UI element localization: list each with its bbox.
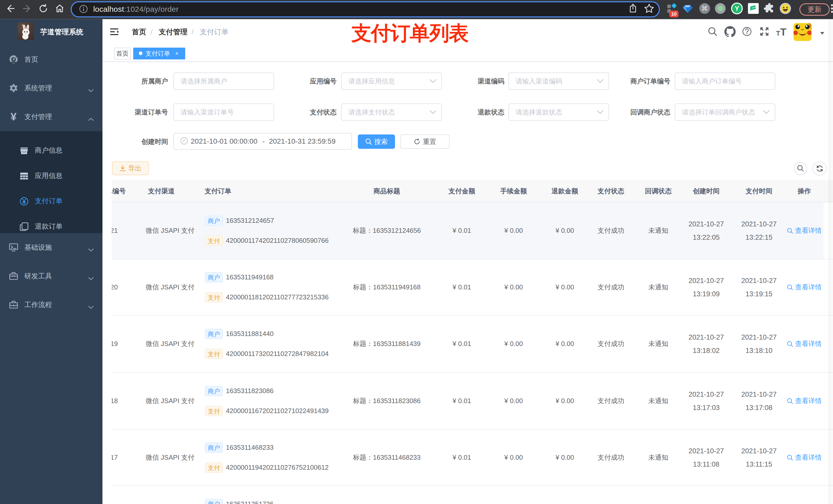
tag-close-icon[interactable]: ×: [175, 48, 178, 59]
table-cell-ctime: [687, 486, 725, 504]
page-scrollbar-gutter[interactable]: [828, 20, 833, 504]
forward-icon[interactable]: [22, 4, 32, 14]
tag-pay-order[interactable]: 支付订单×: [133, 48, 185, 59]
sidebar-item-system[interactable]: 系统管理: [0, 74, 102, 102]
table-cell-amount: ¥ 0.01: [433, 315, 491, 372]
view-detail-link[interactable]: 查看详情: [787, 339, 822, 348]
merchant-badge: 商户: [205, 442, 223, 453]
sidebar-item-infra[interactable]: 基础设施: [0, 233, 102, 262]
table-cell-ptime: 2021-10-2713:11:15: [740, 430, 778, 485]
table-cell-order: 商户1635311949168支付42000011812021102777232…: [203, 259, 343, 315]
yen-icon: ¥: [9, 112, 19, 122]
table-cell-action: 查看详情: [785, 373, 824, 429]
table-cell-amount: ¥ 0.01: [433, 373, 491, 429]
sidebar-item-app-info[interactable]: 应用信息: [0, 163, 102, 189]
back-icon[interactable]: [6, 4, 15, 14]
pay-badge: 支付: [205, 406, 223, 416]
app-logo[interactable]: 芋道管理系统: [0, 19, 102, 45]
breadcrumb-group[interactable]: 支付管理: [159, 19, 188, 45]
column-header: 退款金额: [537, 180, 593, 202]
pay-badge: 支付: [205, 292, 223, 303]
reload-icon[interactable]: [39, 4, 48, 14]
table-cell-status: 支付成功: [593, 373, 628, 429]
header-search-icon[interactable]: [708, 26, 718, 38]
pay-badge: 支付: [205, 349, 223, 359]
merchant-badge: 商户: [205, 329, 223, 339]
merchant-order-no: 1635311881440: [226, 330, 273, 338]
table-cell-ctime: 2021-10-2713:18:02: [687, 315, 725, 372]
extension-y-icon[interactable]: Y: [731, 2, 743, 15]
profile-avatar-icon[interactable]: [780, 3, 791, 15]
url-bar[interactable]: localhost:1024/pay/order: [71, 1, 660, 18]
sidebar-item-workflow[interactable]: 工作流程: [0, 290, 102, 319]
table-cell-ptime: 2021-10-2713:19:15: [740, 259, 778, 315]
extension-chat-icon[interactable]: [748, 3, 759, 15]
url-text[interactable]: localhost:1024/pay/order: [93, 5, 178, 14]
table-cell-status: 支付成功: [593, 430, 628, 485]
extension-badge: 10: [669, 10, 679, 18]
caret-down-icon[interactable]: [820, 31, 825, 35]
browser-menu-kebab-icon[interactable]: [830, 3, 833, 15]
home-icon[interactable]: [55, 4, 65, 14]
table-cell-channel: 微信 JSAPI 支付: [118, 202, 214, 259]
table-cell-action: [785, 486, 824, 504]
table-row[interactable]: 17微信 JSAPI 支付商户1635311468233支付4200001194…: [112, 430, 833, 486]
gear-icon: [9, 83, 19, 93]
extension-cmd-icon[interactable]: ⌘: [699, 3, 710, 15]
table-cell-fee: ¥ 0.00: [491, 430, 537, 485]
table-cell-refund: ¥ 0.00: [537, 373, 593, 429]
site-info-icon[interactable]: [79, 4, 88, 15]
table-cell-status: [593, 486, 628, 504]
table-cell-id: 20: [112, 259, 118, 315]
workflow-icon: [9, 300, 19, 310]
table-cell-notify: 未通知: [628, 202, 688, 259]
sidebar-collapse-icon[interactable]: [110, 28, 118, 36]
fullscreen-icon[interactable]: [760, 27, 769, 38]
table-row[interactable]: 19微信 JSAPI 支付商户1635311881440支付4200001173…: [112, 315, 833, 373]
table-cell-channel: 微信 JSAPI 支付: [118, 373, 214, 429]
breadcrumb-home[interactable]: 首页: [132, 19, 146, 45]
table-cell-title: 标题：1635312124656: [341, 202, 433, 259]
sidebar-item-merchant-info[interactable]: 商户信息: [0, 138, 102, 163]
chevron-down-icon: [88, 274, 94, 278]
update-button[interactable]: 更新: [800, 3, 830, 16]
extensions-puzzle-icon[interactable]: [764, 3, 775, 15]
channel-order-no: 4200001167202110271022491439: [226, 407, 329, 415]
breadcrumb-separator: /: [151, 19, 153, 45]
table-row[interactable]: 20微信 JSAPI 支付商户1635311949168支付4200001181…: [112, 259, 833, 315]
view-detail-link[interactable]: 查看详情: [787, 226, 822, 235]
table-cell-status: 支付成功: [593, 259, 628, 315]
sidebar-item-pay[interactable]: ¥ 支付管理: [0, 102, 102, 131]
view-detail-link[interactable]: 查看详情: [787, 453, 822, 462]
magnifier-icon: [787, 228, 793, 234]
magnifier-icon: [787, 398, 793, 404]
tag-active-dot: [139, 51, 142, 55]
view-detail-link[interactable]: 查看详情: [787, 283, 822, 292]
extension-gem-icon[interactable]: [682, 3, 693, 15]
table-cell-order: 商户1635311823086支付42000011672021102710224…: [203, 373, 343, 429]
sidebar-item-devtools[interactable]: 研发工具: [0, 262, 102, 290]
extension-dot-icon[interactable]: [715, 3, 726, 15]
table-cell-order: 商户1635312124657支付42000011742021102780605…: [203, 202, 343, 259]
bookmark-star-icon[interactable]: [644, 3, 654, 15]
table-cell-id: 18: [112, 373, 118, 429]
font-size-icon[interactable]: TT: [776, 26, 786, 38]
table-cell-order: 商户1635311351736支付: [203, 486, 343, 504]
table-cell-title: [341, 486, 433, 504]
sidebar-item-pay-order[interactable]: 支付订单: [0, 189, 102, 214]
table-row[interactable]: 21微信 JSAPI 支付商户1635312124657支付4200001174…: [112, 202, 833, 259]
view-detail-link[interactable]: 查看详情: [787, 397, 822, 405]
share-icon[interactable]: [628, 4, 638, 14]
table-cell-ptime: 2021-10-2713:18:10: [740, 315, 778, 372]
tag-home[interactable]: 首页: [114, 48, 130, 59]
table-row[interactable]: 16商户1635311351736支付: [112, 486, 833, 504]
table-cell-title: 标题：1635311881439: [341, 315, 433, 372]
user-avatar[interactable]: [793, 23, 811, 41]
help-icon[interactable]: [742, 26, 752, 38]
chevron-down-icon: [88, 303, 94, 307]
table-row[interactable]: 18微信 JSAPI 支付商户1635311823086支付4200001167…: [112, 373, 833, 430]
merchant-badge: 商户: [205, 272, 223, 283]
github-icon[interactable]: [724, 26, 736, 38]
sidebar-item-home[interactable]: 首页: [0, 45, 102, 74]
merchant-order-no: 1635311823086: [226, 387, 273, 395]
